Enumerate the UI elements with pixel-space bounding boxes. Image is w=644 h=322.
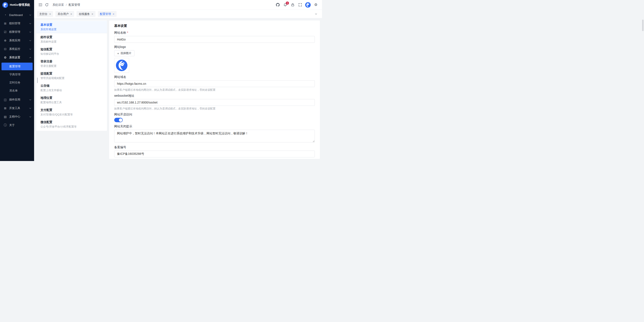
chevron-down-icon (30, 115, 31, 117)
collapse-sidebar-button[interactable] (37, 2, 44, 8)
sidebar-item-dev-tools[interactable]: ⊠ 开发工具 (0, 104, 34, 112)
tab-label: 主控台 (39, 12, 48, 16)
lock-icon (291, 3, 294, 6)
icp-label: 备案编号 (114, 145, 126, 149)
tab-options-dropdown[interactable] (313, 11, 319, 17)
close-tip-textarea[interactable]: 网站维护中，暂时无法访问！本网站正在进行系统维护和技术升级，网站暂时无法访问，敬… (114, 130, 315, 142)
content-area: 基本设置 系统常规设置 邮件设置 系统邮件设置 短信配置 短信验证码平台 登录注… (34, 18, 322, 161)
gear-icon: ⚙ (4, 56, 7, 59)
github-icon (276, 3, 280, 6)
chevron-down-icon (30, 39, 31, 41)
sidebar-item-plugin-app[interactable]: ◫ 插件应用 (0, 95, 34, 104)
sidebar-item-system-monitor[interactable]: ⊡ 系统监控 (0, 45, 34, 53)
sidebar-subitem-config-manage[interactable]: 配置管理 (2, 63, 32, 70)
settings-nav-item-login[interactable]: 登录注册 登录注册配置 (36, 57, 107, 70)
sidebar-subitem-label: 黑名单 (10, 89, 18, 93)
sidebar-item-dashboard[interactable]: ◔ Dashboard (0, 11, 34, 19)
settings-nav-item-sms[interactable]: 短信配置 短信验证码平台 (36, 45, 107, 57)
tab-label: 配置管理 (100, 12, 111, 16)
settings-nav-item-email[interactable]: 邮件设置 系统邮件设置 (36, 33, 107, 45)
site-domain-input[interactable] (114, 80, 315, 87)
gear-icon: ⚙ (314, 3, 317, 6)
settings-nav-title: 微信配置 (40, 120, 103, 124)
monitor-icon: ⊡ (4, 47, 7, 51)
field-site-name: 网站名称 * (114, 30, 315, 43)
settings-nav-item-basic[interactable]: 基本设置 系统常规设置 (36, 21, 107, 33)
websocket-help: 如果客户端通过本地或内网访问，则认为是调试模式，走实际请求地址，否则走该配置 (114, 107, 315, 110)
settings-nav-subtitle: 短信验证码平台 (40, 52, 103, 56)
chevron-down-icon (30, 48, 31, 49)
chevron-up-icon (30, 57, 31, 58)
sidebar-item-label: 关于 (9, 123, 31, 127)
user-avatar[interactable] (305, 2, 311, 8)
choose-image-button[interactable]: + 选择图片 (114, 50, 134, 56)
breadcrumb-separator: / (66, 3, 67, 6)
sidebar-item-label: 组织管理 (9, 21, 28, 25)
sidebar-subitem-cron-task[interactable]: 定时任务 (2, 79, 32, 86)
settings-nav-title: 地理位置 (40, 96, 103, 100)
tab-admin-users[interactable]: 后台用户 × (56, 11, 74, 17)
site-logo-image (116, 60, 128, 71)
settings-nav-item-payment[interactable]: 支付配置 支付宝/微信/QQ支付配置等 (36, 106, 107, 118)
sidebar-item-permission[interactable]: ☑ 权限管理 (0, 28, 34, 36)
sidebar-submenu: 配置管理 字典管理 定时任务 黑名单 (0, 62, 34, 95)
settings-nav-title: 登录注册 (40, 59, 103, 63)
notification-area: 1 (282, 2, 288, 8)
close-icon[interactable]: × (70, 12, 72, 15)
settings-nav-scrollbar[interactable] (37, 77, 38, 83)
sidebar-menu: ◔ Dashboard ⊞ 组织管理 ☑ 权限管理 ⊕ 系统应用 ⊡ 系 (0, 10, 34, 129)
tab-online-service[interactable]: 在线服务 × (76, 11, 95, 17)
site-name-input[interactable] (114, 36, 315, 43)
tab-config-manage[interactable]: 配置管理 × (98, 11, 116, 17)
app-logo-icon (2, 2, 8, 8)
settings-nav-title: 提现配置 (40, 71, 103, 76)
settings-nav-subtitle: 配置上传文件驱动 (40, 89, 103, 92)
settings-nav-subtitle: 支付宝/微信/QQ支付配置等 (40, 113, 103, 116)
breadcrumb-current: 配置管理 (68, 3, 80, 7)
websocket-input[interactable] (114, 99, 315, 106)
settings-nav-item-wechat[interactable]: 微信配置 公众号/开放平台/小程序配置等 (36, 118, 107, 130)
tab-dashboard[interactable]: 主控台 × (37, 11, 53, 17)
settings-nav-title: 邮件设置 (40, 35, 103, 39)
fullscreen-icon (298, 3, 302, 6)
close-icon[interactable]: × (49, 12, 51, 15)
document-icon: ▤ (4, 115, 7, 118)
breadcrumb-parent[interactable]: 系统设置 (52, 3, 64, 7)
sidebar-item-label: 文档中心 (9, 115, 28, 119)
sidebar-item-label: 系统设置 (9, 56, 28, 59)
settings-nav-subtitle: 管理员提现规则配置 (40, 76, 103, 80)
field-site-open: 网站开启访问 (114, 112, 315, 122)
sidebar-item-system-settings[interactable]: ⚙ 系统设置 (0, 53, 34, 62)
sidebar: HotGo管理系统 ◔ Dashboard ⊞ 组织管理 ☑ 权限管理 ⊕ 系统… (0, 0, 34, 161)
settings-nav-item-withdraw[interactable]: 提现配置 管理员提现规则配置 (36, 70, 107, 82)
sidebar-item-organization[interactable]: ⊞ 组织管理 (0, 19, 34, 28)
menu-fold-icon (38, 3, 42, 6)
sidebar-subitem-dict-manage[interactable]: 字典管理 (2, 71, 32, 78)
site-domain-help: 如果客户端通过本地或内网访问，则认为是调试模式，走实际请求地址，否则走该配置 (114, 88, 315, 92)
site-logo-preview[interactable] (114, 58, 129, 73)
settings-nav-title: 短信配置 (40, 47, 103, 51)
settings-nav-item-cloud-storage[interactable]: 云存储 配置上传文件驱动 (36, 82, 107, 94)
dashboard-icon: ◔ (4, 13, 7, 16)
breadcrumb: 系统设置 / 配置管理 (52, 3, 80, 7)
header-actions: 1 (274, 2, 319, 8)
sidebar-item-system-app[interactable]: ⊕ 系统应用 (0, 36, 34, 45)
refresh-button[interactable] (44, 2, 50, 8)
close-icon[interactable]: × (113, 12, 114, 15)
sidebar-item-doc-center[interactable]: ▤ 文档中心 (0, 112, 34, 121)
sidebar-subitem-blacklist[interactable]: 黑名单 (2, 87, 32, 95)
sidebar-item-about[interactable]: ⓘ 关于 (0, 121, 34, 129)
form-title: 基本设置 (114, 24, 315, 28)
plugin-icon: ◫ (4, 98, 7, 101)
required-asterisk: * (127, 30, 128, 35)
app-title: HotGo管理系统 (10, 3, 30, 7)
close-icon[interactable]: × (92, 12, 93, 15)
settings-nav-item-geo[interactable]: 地理位置 配置地理位置工具 (36, 94, 107, 106)
fullscreen-button[interactable] (297, 2, 303, 8)
github-button[interactable] (274, 2, 281, 8)
lock-screen-button[interactable] (290, 2, 296, 8)
settings-gear-button[interactable]: ⚙ (312, 2, 319, 8)
settings-nav-title: 基本设置 (40, 23, 103, 27)
icp-input[interactable] (114, 151, 315, 157)
site-open-toggle[interactable] (114, 118, 123, 122)
